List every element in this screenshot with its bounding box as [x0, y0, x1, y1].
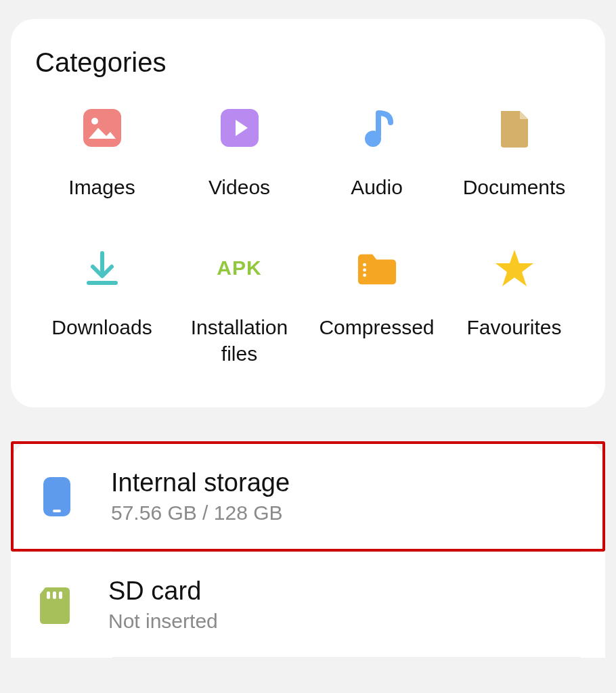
- image-icon: [82, 108, 123, 148]
- categories-title: Categories: [35, 47, 581, 78]
- svg-rect-11: [53, 510, 61, 512]
- storage-sdcard-title: SD card: [108, 577, 581, 606]
- svg-point-8: [363, 268, 366, 271]
- compressed-icon: [357, 248, 397, 288]
- apk-icon: APK: [219, 248, 260, 288]
- category-label: Images: [68, 174, 135, 200]
- storage-text: Internal storage 57.56 GB / 128 GB: [111, 468, 578, 524]
- categories-grid: Images Videos Audio: [35, 108, 581, 367]
- svg-rect-12: [47, 591, 50, 599]
- storage-internal-subtitle: 57.56 GB / 128 GB: [111, 501, 578, 524]
- svg-point-7: [363, 263, 366, 267]
- categories-card: Categories Images Videos: [11, 19, 605, 407]
- category-label: Audio: [351, 174, 403, 200]
- category-label: Favourites: [466, 314, 561, 340]
- category-favourites[interactable]: Favourites: [447, 248, 581, 367]
- category-documents[interactable]: Documents: [447, 108, 581, 200]
- phone-storage-icon: [38, 474, 76, 520]
- category-label: Videos: [208, 174, 270, 200]
- audio-icon: [357, 108, 397, 148]
- storage-internal-title: Internal storage: [111, 468, 578, 497]
- category-label: Compressed: [319, 314, 434, 340]
- category-installation-files[interactable]: APK Installation files: [173, 248, 306, 367]
- video-icon: [219, 108, 260, 148]
- storage-sdcard-row[interactable]: SD card Not inserted: [11, 552, 605, 657]
- storage-internal-row[interactable]: Internal storage 57.56 GB / 128 GB: [11, 441, 605, 552]
- category-label: Installation files: [173, 314, 306, 367]
- divider: [112, 657, 581, 658]
- star-icon: [494, 248, 535, 288]
- storage-text: SD card Not inserted: [108, 577, 581, 633]
- storage-card: Internal storage 57.56 GB / 128 GB SD ca…: [11, 441, 605, 658]
- category-compressed[interactable]: Compressed: [310, 248, 443, 367]
- svg-rect-14: [59, 591, 62, 599]
- svg-rect-0: [83, 109, 121, 147]
- document-icon: [494, 108, 535, 148]
- category-images[interactable]: Images: [35, 108, 169, 200]
- svg-point-1: [91, 118, 98, 125]
- download-icon: [82, 248, 123, 288]
- storage-sdcard-subtitle: Not inserted: [108, 610, 581, 633]
- sdcard-icon: [35, 582, 73, 628]
- svg-point-9: [363, 273, 366, 277]
- category-label: Documents: [463, 174, 566, 200]
- category-downloads[interactable]: Downloads: [35, 248, 169, 367]
- category-videos[interactable]: Videos: [173, 108, 306, 200]
- svg-point-4: [365, 131, 381, 147]
- category-label: Downloads: [51, 314, 152, 340]
- category-audio[interactable]: Audio: [310, 108, 443, 200]
- svg-rect-13: [53, 591, 56, 599]
